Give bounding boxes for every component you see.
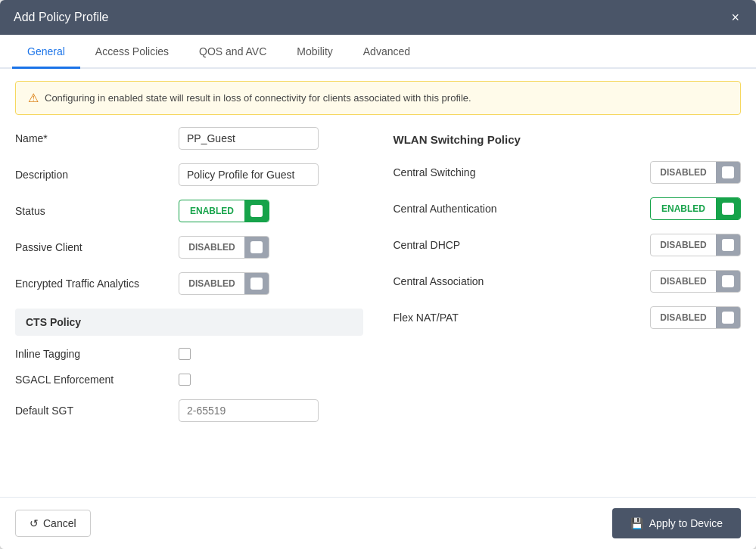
passive-client-toggle-switch[interactable] xyxy=(244,237,269,258)
encrypted-traffic-toggle-label: DISABLED xyxy=(179,274,244,293)
description-input[interactable] xyxy=(179,163,319,186)
status-toggle[interactable]: ENABLED xyxy=(179,200,269,222)
default-sgt-label: Default SGT xyxy=(15,405,166,417)
wlan-flex-nat-pat-toggle[interactable]: DISABLED xyxy=(650,306,741,329)
wlan-section-title: WLAN Switching Policy xyxy=(394,130,742,146)
encrypted-traffic-toggle-switch[interactable] xyxy=(244,273,269,294)
tab-general[interactable]: General xyxy=(12,35,80,69)
wlan-central-authentication-label: Central Authentication xyxy=(394,203,497,215)
wlan-central-authentication-toggle[interactable]: ENABLED xyxy=(650,197,741,220)
cancel-icon: ↺ xyxy=(30,517,39,529)
status-toggle-label: ENABLED xyxy=(179,202,244,220)
wlan-row-central-switching: Central Switching DISABLED xyxy=(394,161,742,184)
wlan-central-association-value: DISABLED xyxy=(651,272,716,290)
modal-body: Name* Description Status ENABLED xyxy=(0,127,756,497)
right-panel: WLAN Switching Policy Central Switching … xyxy=(394,127,742,485)
form-layout: Name* Description Status ENABLED xyxy=(15,127,741,485)
status-label: Status xyxy=(15,205,166,217)
tab-bar: General Access Policies QOS and AVC Mobi… xyxy=(0,35,756,69)
modal-footer: ↺ Cancel 💾 Apply to Device xyxy=(0,497,756,549)
passive-client-toggle-label: DISABLED xyxy=(179,238,244,256)
status-toggle-switch[interactable] xyxy=(244,200,269,222)
tab-mobility[interactable]: Mobility xyxy=(282,35,347,69)
sgacl-enforcement-row: SGACL Enforcement xyxy=(15,374,363,386)
wlan-central-dhcp-switch[interactable] xyxy=(716,234,740,256)
warning-icon: ⚠ xyxy=(28,91,39,105)
wlan-central-switching-toggle[interactable]: DISABLED xyxy=(650,161,741,184)
warning-text: Configuring in enabled state will result… xyxy=(45,92,471,104)
name-input[interactable] xyxy=(179,127,319,150)
inline-tagging-row: Inline Tagging xyxy=(15,348,363,360)
wlan-row-flex-nat-pat: Flex NAT/PAT DISABLED xyxy=(394,306,742,329)
wlan-row-central-dhcp: Central DHCP DISABLED xyxy=(394,234,742,256)
inline-tagging-label: Inline Tagging xyxy=(15,348,166,360)
wlan-central-switching-label: Central Switching xyxy=(394,166,476,178)
modal-title: Add Policy Profile xyxy=(14,11,108,24)
wlan-central-authentication-switch[interactable] xyxy=(716,198,740,219)
sgacl-enforcement-checkbox[interactable] xyxy=(179,374,191,386)
wlan-central-dhcp-label: Central DHCP xyxy=(394,239,461,251)
apply-label: Apply to Device xyxy=(649,517,723,529)
tab-access-policies[interactable]: Access Policies xyxy=(80,35,184,69)
encrypted-traffic-row: Encrypted Traffic Analytics DISABLED xyxy=(15,272,363,295)
encrypted-traffic-label: Encrypted Traffic Analytics xyxy=(15,278,166,290)
wlan-flex-nat-pat-label: Flex NAT/PAT xyxy=(394,312,459,324)
cts-policy-header: CTS Policy xyxy=(15,309,363,336)
wlan-central-dhcp-toggle[interactable]: DISABLED xyxy=(650,234,741,256)
modal-container: Add Policy Profile × General Access Poli… xyxy=(0,0,756,549)
left-panel: Name* Description Status ENABLED xyxy=(15,127,363,485)
description-row: Description xyxy=(15,163,363,186)
default-sgt-input[interactable] xyxy=(179,399,319,422)
default-sgt-row: Default SGT xyxy=(15,399,363,422)
wlan-central-switching-switch[interactable] xyxy=(716,162,740,183)
wlan-row-central-association: Central Association DISABLED xyxy=(394,270,742,293)
wlan-row-central-authentication: Central Authentication ENABLED xyxy=(394,197,742,220)
passive-client-label: Passive Client xyxy=(15,241,166,253)
apply-icon: 💾 xyxy=(630,517,643,529)
passive-client-row: Passive Client DISABLED xyxy=(15,236,363,259)
cancel-button[interactable]: ↺ Cancel xyxy=(15,510,91,537)
status-row: Status ENABLED xyxy=(15,200,363,222)
description-label: Description xyxy=(15,169,166,181)
inline-tagging-checkbox[interactable] xyxy=(179,348,191,360)
encrypted-traffic-toggle[interactable]: DISABLED xyxy=(179,272,269,295)
wlan-central-authentication-value: ENABLED xyxy=(651,200,716,218)
wlan-central-switching-value: DISABLED xyxy=(651,163,716,181)
wlan-central-dhcp-value: DISABLED xyxy=(651,236,716,254)
warning-banner: ⚠ Configuring in enabled state will resu… xyxy=(15,81,741,115)
wlan-central-association-switch[interactable] xyxy=(716,271,740,292)
modal-header: Add Policy Profile × xyxy=(0,0,756,35)
close-button[interactable]: × xyxy=(728,11,742,24)
cancel-label: Cancel xyxy=(43,517,76,529)
name-row: Name* xyxy=(15,127,363,150)
wlan-flex-nat-pat-value: DISABLED xyxy=(651,309,716,327)
wlan-central-association-toggle[interactable]: DISABLED xyxy=(650,270,741,293)
sgacl-enforcement-label: SGACL Enforcement xyxy=(15,374,166,386)
apply-to-device-button[interactable]: 💾 Apply to Device xyxy=(612,508,741,538)
tab-qos-avc[interactable]: QOS and AVC xyxy=(184,35,282,69)
passive-client-toggle[interactable]: DISABLED xyxy=(179,236,269,259)
tab-advanced[interactable]: Advanced xyxy=(348,35,425,69)
wlan-flex-nat-pat-switch[interactable] xyxy=(716,307,740,328)
wlan-central-association-label: Central Association xyxy=(394,275,484,287)
name-label: Name* xyxy=(15,132,166,144)
